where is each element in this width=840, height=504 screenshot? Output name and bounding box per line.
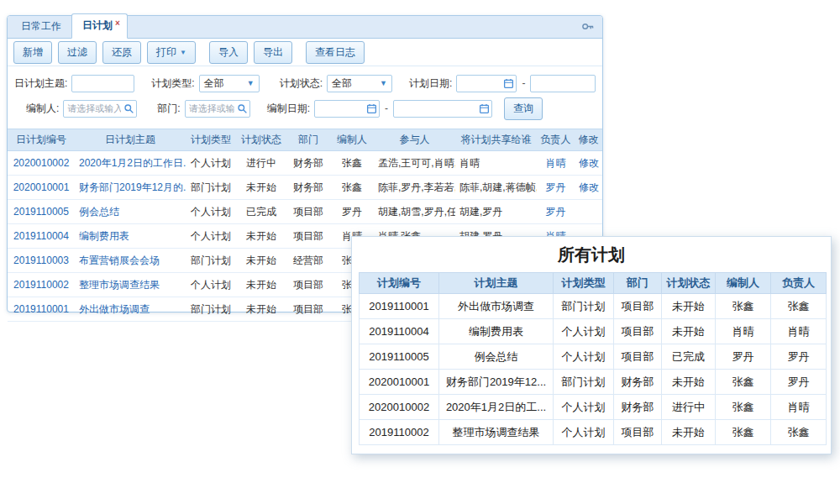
column-header-subject[interactable]: 计划主题 <box>439 273 554 294</box>
calendar-icon[interactable] <box>366 103 377 114</box>
cell-creator: 罗丹 <box>330 200 374 224</box>
cell-id[interactable]: 2020010002 <box>8 151 75 176</box>
column-header-dept[interactable]: 部门 <box>614 273 662 294</box>
cell-modify[interactable]: 修改 <box>575 176 602 200</box>
plan-date-end-input[interactable] <box>530 75 596 92</box>
column-header-owner[interactable]: 负责人 <box>537 129 575 151</box>
query-button[interactable]: 查询 <box>504 97 543 120</box>
cell-dept: 项目部 <box>614 319 662 344</box>
search-icon[interactable] <box>237 103 248 114</box>
cell-subject[interactable]: 财务部门2019年12月的... <box>75 176 186 200</box>
column-header-creator[interactable]: 编制人 <box>330 129 374 151</box>
table-row[interactable]: 2019110002整理市场调查结果个人计划项目部未开始张鑫张鑫 <box>360 420 827 445</box>
dept-label: 部门: <box>157 102 180 116</box>
search-icon[interactable] <box>123 103 134 114</box>
cell-modify[interactable]: 修改 <box>575 151 602 176</box>
cell-id[interactable]: 2020010001 <box>8 176 75 200</box>
column-header-participants[interactable]: 参与人 <box>374 129 455 151</box>
cell-subject[interactable]: 例会总结 <box>75 200 186 224</box>
cell-owner[interactable]: 肖晴 <box>537 151 575 176</box>
column-header-type[interactable]: 计划类型 <box>186 129 236 151</box>
cell-type: 个人计划 <box>554 319 614 344</box>
cell-status: 未开始 <box>662 319 716 344</box>
cell-subject: 例会总结 <box>439 344 554 370</box>
export-button[interactable]: 导出 <box>254 41 292 64</box>
restore-button[interactable]: 还原 <box>102 41 141 64</box>
cell-type: 个人计划 <box>554 420 614 445</box>
column-header-id[interactable]: 日计划编号 <box>8 129 75 151</box>
column-header-shared[interactable]: 将计划共享给谁 <box>455 129 537 151</box>
add-button[interactable]: 新增 <box>13 41 52 64</box>
cell-subject[interactable]: 2020年1月2日的工作日... <box>75 151 186 176</box>
cell-owner[interactable]: 罗丹 <box>537 176 575 200</box>
cell-id: 2019110005 <box>360 344 439 370</box>
cell-id: 2020010002 <box>360 395 439 420</box>
cell-id[interactable]: 2019110004 <box>8 224 75 249</box>
cell-owner[interactable]: 罗丹 <box>537 200 575 224</box>
close-icon[interactable]: × <box>115 18 120 28</box>
print-button[interactable]: 打印▼ <box>147 41 196 64</box>
cell-status: 未开始 <box>662 370 716 395</box>
import-button[interactable]: 导入 <box>209 41 248 64</box>
calendar-icon[interactable] <box>479 103 490 114</box>
table-row[interactable]: 2019110001外出做市场调查部门计划项目部未开始张鑫张鑫 <box>360 294 827 319</box>
table-row[interactable]: 2019110005例会总结个人计划已完成项目部罗丹胡建,胡雪,罗丹,任晓...… <box>8 200 602 224</box>
cell-subject: 外出做市场调查 <box>439 294 554 319</box>
calendar-icon[interactable] <box>503 78 514 89</box>
cell-subject[interactable]: 布置营销展会会场 <box>75 249 186 273</box>
create-date-label: 编制日期: <box>267 102 310 116</box>
cell-creator: 张鑫 <box>716 420 771 445</box>
key-icon[interactable] <box>581 20 594 33</box>
cell-id[interactable]: 2019110002 <box>8 273 75 297</box>
cell-dept: 财务部 <box>286 176 330 200</box>
table-row[interactable]: 2019110004编制费用表个人计划项目部未开始肖晴肖晴 <box>360 319 827 344</box>
table-header-row: 日计划编号日计划主题计划类型计划状态部门编制人参与人将计划共享给谁负责人修改 <box>8 129 602 151</box>
column-header-type[interactable]: 计划类型 <box>554 273 614 294</box>
table-row[interactable]: 20200100022020年1月2日的工作日...个人计划进行中财务部张鑫孟浩… <box>8 151 602 176</box>
filter-button[interactable]: 过滤 <box>58 41 97 64</box>
cell-subject[interactable]: 外出做市场调查 <box>75 297 186 322</box>
table-row[interactable]: 2020010001财务部门2019年12月的...部门计划未开始财务部张鑫陈菲… <box>8 176 602 200</box>
column-header-subject[interactable]: 日计划主题 <box>75 129 186 151</box>
cell-type: 个人计划 <box>554 395 614 420</box>
tab-label: 日常工作 <box>21 20 61 32</box>
column-header-owner[interactable]: 负责人 <box>771 273 827 294</box>
cell-status: 进行中 <box>662 395 716 420</box>
creator-label: 编制人: <box>26 102 59 116</box>
tab-daily-plan[interactable]: 日计划 × <box>71 13 128 39</box>
view-log-button[interactable]: 查看日志 <box>306 41 365 64</box>
cell-id[interactable]: 2019110001 <box>8 297 75 322</box>
cell-dept: 项目部 <box>614 344 662 370</box>
all-plans-popup: 所有计划 计划编号计划主题计划类型部门计划状态编制人负责人 2019110001… <box>351 236 832 454</box>
subject-label: 日计划主题: <box>14 76 67 91</box>
table-row[interactable]: 20200100022020年1月2日的工...个人计划财务部进行中张鑫肖晴 <box>360 395 827 420</box>
column-header-creator[interactable]: 编制人 <box>716 273 771 294</box>
cell-subject[interactable]: 整理市场调查结果 <box>75 273 186 297</box>
status-select[interactable]: 全部 ▼ <box>327 75 392 92</box>
cell-type: 部门计划 <box>186 249 236 273</box>
table-row[interactable]: 2020010001财务部门2019年12...部门计划财务部未开始张鑫罗丹 <box>360 370 827 395</box>
column-header-status[interactable]: 计划状态 <box>662 273 716 294</box>
chevron-down-icon: ▼ <box>380 79 387 87</box>
cell-subject: 财务部门2019年12... <box>439 370 554 395</box>
cell-dept: 财务部 <box>614 395 662 420</box>
create-date-end-input[interactable] <box>393 100 492 118</box>
cell-owner: 张鑫 <box>771 420 827 445</box>
cell-status: 未开始 <box>236 297 286 322</box>
cell-id[interactable]: 2019110003 <box>8 249 75 273</box>
cell-creator: 张鑫 <box>716 370 771 395</box>
cell-subject[interactable]: 编制费用表 <box>75 224 186 249</box>
type-label: 计划类型: <box>151 76 194 91</box>
type-select[interactable]: 全部 ▼ <box>199 75 260 92</box>
table-row[interactable]: 2019110005例会总结个人计划项目部已完成罗丹罗丹 <box>360 344 827 370</box>
cell-type: 部门计划 <box>554 294 614 319</box>
tab-daily-work[interactable]: 日常工作 <box>11 14 71 38</box>
cell-status: 已完成 <box>236 200 286 224</box>
column-header-status[interactable]: 计划状态 <box>236 129 286 151</box>
cell-id[interactable]: 2019110005 <box>8 200 75 224</box>
column-header-id[interactable]: 计划编号 <box>360 273 439 294</box>
cell-dept: 财务部 <box>286 151 330 176</box>
subject-input[interactable] <box>71 75 134 92</box>
column-header-dept[interactable]: 部门 <box>286 129 330 151</box>
column-header-modify[interactable]: 修改 <box>575 129 602 151</box>
